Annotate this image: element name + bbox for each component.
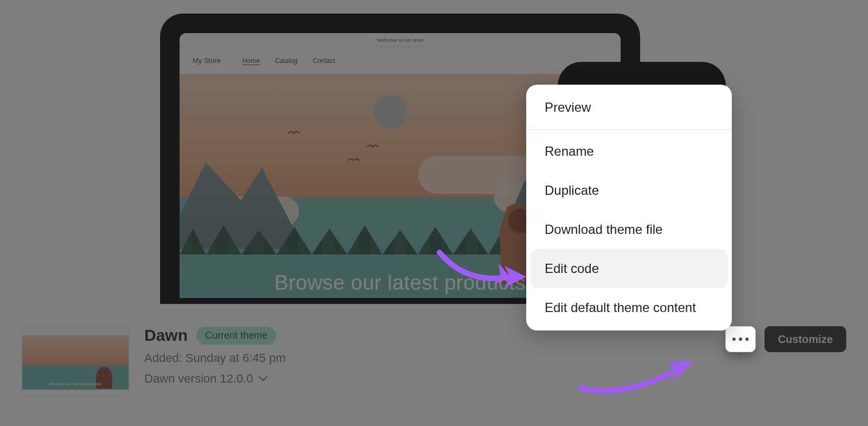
theme-thumbnail [22,326,129,397]
menu-item-preview[interactable]: Preview [531,88,727,127]
bird-icon [288,129,300,134]
dots-icon [739,338,742,341]
menu-item-duplicate[interactable]: Duplicate [531,171,727,210]
theme-preview-area: Welcome to our store My Store Home Catal… [0,0,868,304]
announcement-bar: Welcome to our store [180,33,621,47]
menu-item-edit-code[interactable]: Edit code [531,249,727,288]
thumbnail-image [22,327,129,396]
nav-home: Home [242,57,260,65]
theme-version-label: Dawn version 12.0.0 [144,372,253,386]
theme-version-dropdown[interactable]: Dawn version 12.0.0 [144,372,710,386]
bird-icon [367,142,379,148]
theme-actions: Customize [725,326,846,352]
more-actions-button[interactable] [725,326,756,352]
theme-added-line: Added: Sunday at 6:45 pm [144,351,710,365]
nav-contact: Contact [312,57,335,65]
menu-item-download[interactable]: Download theme file [531,210,727,249]
dots-icon [745,338,749,341]
person-graphic [96,367,112,389]
chevron-down-icon [259,376,267,382]
status-badge: Current theme [196,327,276,345]
theme-meta: Dawn Current theme Added: Sunday at 6:45… [144,326,710,386]
dots-icon [732,338,736,341]
mountain-graphic [180,141,304,249]
bird-icon [348,156,360,161]
menu-item-edit-default[interactable]: Edit default theme content [531,288,727,327]
menu-item-rename[interactable]: Rename [531,132,727,171]
theme-actions-menu: Preview Rename Duplicate Download theme … [526,85,732,330]
customize-button[interactable]: Customize [764,326,846,352]
theme-name: Dawn [144,326,188,345]
theme-card: Dawn Current theme Added: Sunday at 6:45… [0,304,868,426]
sun-graphic [374,95,407,129]
store-name: My Store [193,56,221,65]
nav-catalog: Catalog [275,57,297,65]
store-header: My Store Home Catalog Contact [180,47,621,74]
menu-divider [526,129,732,130]
